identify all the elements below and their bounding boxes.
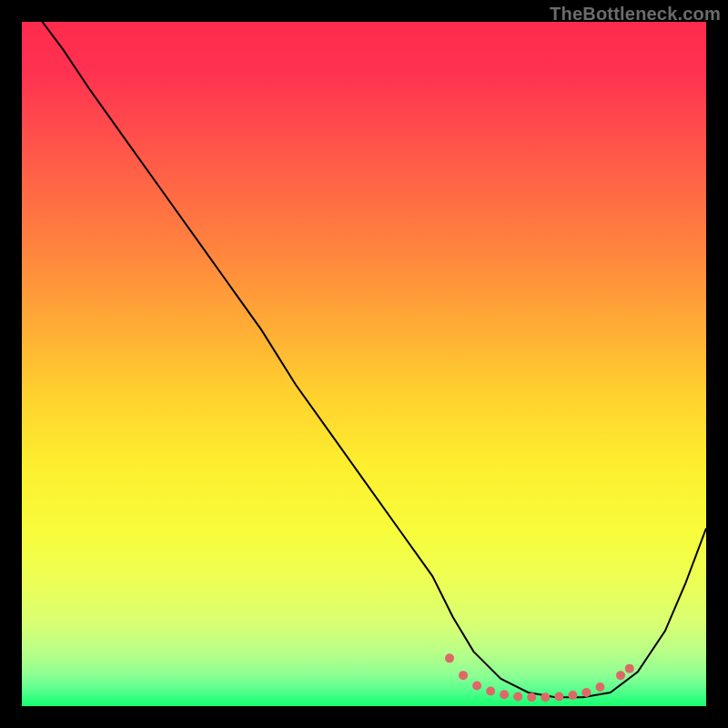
marker-dot bbox=[595, 682, 604, 692]
marker-dot bbox=[513, 692, 522, 701]
marker-dot bbox=[616, 671, 625, 680]
marker-dot bbox=[486, 686, 495, 695]
chart-overlay bbox=[22, 22, 706, 706]
marker-dot bbox=[581, 688, 591, 697]
plot-area bbox=[22, 22, 706, 706]
marker-dot bbox=[568, 691, 577, 700]
marker-dot bbox=[445, 653, 454, 662]
chart-frame: TheBottleneck.com bbox=[0, 0, 728, 728]
bottleneck-curve bbox=[43, 22, 706, 697]
marker-dot bbox=[459, 671, 468, 680]
marker-dot bbox=[625, 664, 634, 673]
watermark-text: TheBottleneck.com bbox=[550, 4, 721, 25]
marker-dot bbox=[554, 692, 563, 701]
marker-dot bbox=[527, 693, 536, 702]
marker-dot bbox=[500, 690, 509, 699]
marker-dot bbox=[541, 693, 550, 702]
marker-dot bbox=[472, 681, 481, 690]
